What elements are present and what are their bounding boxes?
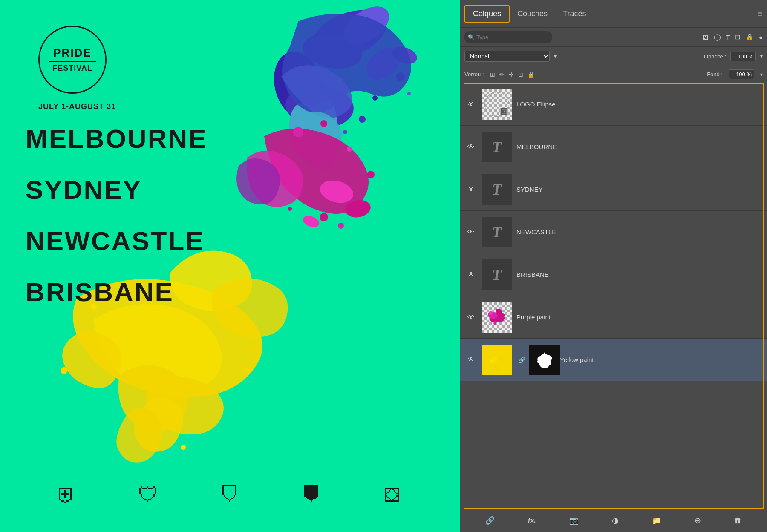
layer-link-icon: 🔗 (518, 357, 525, 363)
svg-point-20 (253, 172, 259, 178)
lock-icons-group: ⊞ ✏ ✛ ⊡ 🔒 (490, 71, 535, 78)
svg-point-44 (501, 362, 504, 365)
tab-traces[interactable]: Tracés (555, 6, 594, 22)
layer-name-brisbane: BRISBANE (516, 271, 763, 278)
svg-point-21 (320, 213, 328, 221)
svg-point-50 (537, 360, 541, 363)
lock-label: Verrou : (464, 71, 484, 78)
svg-point-6 (285, 100, 329, 164)
photoshop-panel: Calques Couches Tracés ≡ 🔍 🖼 ◯ T ⊡ 🔒 ● N… (460, 0, 767, 532)
lock-paint-icon[interactable]: ✏ (499, 71, 505, 78)
layer-newcastle[interactable]: 👁 T NEWCASTLE (460, 211, 767, 253)
layer-name-sydney: SYDNEY (516, 186, 763, 193)
svg-point-8 (359, 116, 366, 123)
svg-point-28 (253, 347, 258, 352)
svg-point-3 (267, 46, 330, 124)
svg-point-0 (306, 1, 392, 67)
text-layer-icon-brisbane: T (492, 266, 502, 284)
tab-couches[interactable]: Couches (510, 6, 555, 22)
add-mask-icon[interactable]: 📷 (569, 516, 579, 525)
layer-purple-paint[interactable]: 👁 Purple paint (460, 296, 767, 339)
text-icon[interactable]: T (726, 34, 730, 41)
logo-pride-text: PRIDE (53, 46, 91, 60)
tab-calques[interactable]: Calques (464, 5, 510, 23)
svg-point-16 (293, 127, 303, 137)
poster-panel: PRIDE FESTIVAL JULY 1-AUGUST 31 MELBOURN… (0, 0, 460, 532)
lock-icon[interactable]: 🔒 (746, 33, 754, 41)
svg-point-30 (181, 445, 186, 450)
shield-crown-icon: ⛊ (302, 483, 322, 506)
svg-point-9 (343, 130, 347, 134)
svg-point-15 (344, 198, 372, 219)
svg-point-2 (337, 0, 396, 52)
shield-plain-icon: ⛉ (220, 483, 240, 506)
bottom-icons-row: ⛨ 🛡 ⛉ ⛊ ⛋ (26, 483, 435, 506)
svg-point-45 (495, 365, 499, 370)
search-input[interactable] (464, 31, 552, 43)
panel-menu-icon[interactable]: ≡ (758, 9, 763, 19)
layers-list: 👁 LOGO Ellipse 👁 T MELBOURNE 👁 T (460, 83, 767, 509)
lock-move-icon[interactable]: ✛ (509, 71, 514, 78)
layer-eye-brisbane[interactable]: 👁 (464, 271, 477, 279)
circle-small-icon[interactable]: ● (759, 34, 763, 41)
svg-point-18 (347, 147, 352, 152)
layer-thumb-purple-paint (482, 302, 512, 333)
layer-yellow-paint[interactable]: 👁 🔗 (460, 339, 767, 381)
layer-mask-thumb-yellow-paint (529, 345, 560, 375)
layer-eye-sydney[interactable]: 👁 (464, 186, 477, 193)
layer-eye-logo-ellipse[interactable]: 👁 (464, 101, 477, 108)
svg-point-19 (367, 171, 375, 178)
layer-thumb-newcastle: T (482, 217, 512, 247)
delete-layer-icon[interactable]: 🗑 (734, 516, 742, 525)
layer-name-newcastle: NEWCASTLE (516, 228, 763, 236)
shield-ornate-icon: 🛡 (138, 483, 159, 506)
svg-point-11 (396, 72, 405, 81)
svg-point-14 (317, 177, 356, 206)
layer-thumb-brisbane: T (482, 259, 512, 290)
ps-search-bar: 🔍 🖼 ◯ T ⊡ 🔒 ● (460, 28, 767, 47)
layer-corner-icon (500, 108, 508, 115)
layer-eye-melbourne[interactable]: 👁 (464, 143, 477, 151)
image-icon[interactable]: 🖼 (702, 34, 709, 41)
layer-brisbane[interactable]: 👁 T BRISBANE (460, 253, 767, 296)
layer-name-melbourne: MELBOURNE (516, 143, 763, 150)
layer-eye-newcastle[interactable]: 👁 (464, 228, 477, 236)
layer-eye-purple-paint[interactable]: 👁 (464, 313, 477, 321)
bottom-divider (26, 457, 435, 457)
layer-logo-ellipse[interactable]: 👁 LOGO Ellipse (460, 83, 767, 126)
adjustment-layer-icon[interactable]: ◑ (612, 516, 619, 525)
svg-line-32 (502, 109, 506, 114)
ps-bottom-toolbar: 🔗 fx. 📷 ◑ 📁 ⊕ 🗑 (460, 509, 767, 532)
text-layer-icon-newcastle: T (492, 223, 502, 241)
svg-point-13 (390, 44, 420, 67)
lock-all-icon[interactable]: 🔒 (528, 71, 535, 78)
layer-sydney[interactable]: 👁 T SYDNEY (460, 168, 767, 211)
lock-artboard-icon[interactable]: ⊡ (518, 71, 523, 78)
layer-name-yellow-paint: Yellow paint (560, 356, 763, 363)
opacity-label: Opacité : (704, 53, 726, 60)
blend-mode-select[interactable]: Normal Multiply Screen Overlay (464, 51, 550, 62)
layer-melbourne[interactable]: 👁 T MELBOURNE (460, 126, 767, 168)
shield-cross-icon: ⛨ (56, 483, 77, 506)
city-newcastle: NEWCASTLE (26, 226, 205, 256)
lock-fond-bar: Verrou : ⊞ ✏ ✛ ⊡ 🔒 Fond : ▾ (460, 66, 767, 83)
circle-icon[interactable]: ◯ (714, 33, 721, 41)
crop-icon[interactable]: ⊡ (735, 33, 741, 41)
lock-pixel-icon[interactable]: ⊞ (490, 71, 495, 78)
new-layer-icon[interactable]: ⊕ (695, 516, 701, 525)
layer-name-purple-paint: Purple paint (516, 313, 763, 321)
group-layers-icon[interactable]: 📁 (652, 516, 661, 525)
opacity-input[interactable] (730, 52, 756, 61)
blend-chevron-icon: ▾ (554, 53, 557, 59)
svg-point-23 (288, 207, 292, 211)
layer-thumb-sydney: T (482, 174, 512, 205)
fond-input[interactable] (729, 69, 754, 79)
link-layers-icon[interactable]: 🔗 (485, 516, 495, 525)
svg-point-10 (372, 95, 378, 101)
svg-point-27 (243, 367, 251, 374)
poster-date: JULY 1-AUGUST 31 (38, 102, 116, 111)
logo-circle: PRIDE FESTIVAL (38, 26, 107, 94)
layer-eye-yellow-paint[interactable]: 👁 (464, 356, 477, 364)
svg-point-12 (407, 92, 411, 95)
fx-icon[interactable]: fx. (528, 517, 536, 524)
